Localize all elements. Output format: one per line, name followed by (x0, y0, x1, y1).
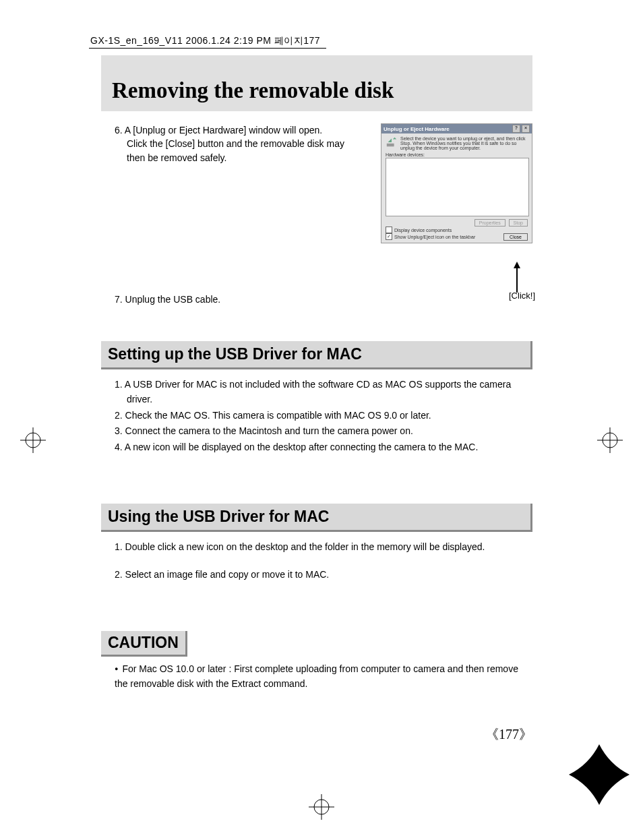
checkbox-show-taskbar-icon-label: Show Unplug/Eject icon on the taskbar (394, 235, 475, 239)
hardware-devices-label: Hardware devices: (386, 152, 528, 157)
hardware-devices-list[interactable] (386, 158, 529, 216)
checkbox-display-components[interactable] (386, 227, 392, 233)
caution-heading: CAUTION (108, 634, 179, 652)
list-item: 4. A new icon will be displayed on the d… (115, 440, 532, 455)
crop-mark-right (597, 427, 623, 453)
print-header: GX-1S_en_169_V11 2006.1.24 2:19 PM 페이지17… (90, 35, 320, 47)
section-heading-using-mac: Using the USB Driver for MAC (101, 504, 532, 532)
step-6-line2: Click the [Close] button and the removab… (127, 138, 344, 149)
step-7: 7. Unplug the USB cable. (115, 293, 367, 306)
callout-arrow (514, 262, 520, 293)
dialog-help-button[interactable]: ? (512, 125, 520, 133)
eject-icon (386, 136, 398, 148)
page-title-block: Removing the removable disk (101, 55, 532, 111)
stop-button[interactable]: Stop (509, 219, 528, 227)
list-item: 1. Double click a new icon on the deskto… (115, 540, 532, 555)
svg-rect-9 (387, 144, 394, 147)
click-label: [Click!] (509, 291, 535, 301)
section-heading-setup-mac: Setting up the USB Driver for MAC (101, 341, 532, 369)
setup-mac-list: 1. A USB Driver for MAC is not included … (101, 378, 532, 454)
list-item: 2. Select an image file and copy or move… (115, 568, 532, 582)
step-6-num: 6. (115, 125, 123, 136)
step-7-text: Unplug the USB cable. (125, 294, 221, 305)
steps-column: 6. A [Unplug or Eject Hardware] window w… (101, 123, 367, 307)
dialog-title: Unplug or Eject Hardware (384, 126, 450, 132)
step-6: 6. A [Unplug or Eject Hardware] window w… (115, 123, 367, 164)
caution-body: For Mac OS 10.0 or later : First complet… (101, 662, 532, 691)
checkbox-display-components-label: Display device components (394, 228, 452, 233)
caution-heading-block: CAUTION (101, 631, 187, 657)
page-title: Removing the removable disk (112, 78, 522, 103)
crop-mark-bottom (309, 794, 334, 820)
dialog-message: Select the device you want to unplug or … (400, 136, 528, 150)
section-heading-setup-mac-text: Setting up the USB Driver for MAC (108, 345, 524, 363)
header-rule (89, 48, 326, 49)
list-item: 2. Check the MAC OS. This camera is comp… (115, 409, 532, 423)
page-number: 《177》 (485, 725, 532, 744)
section-heading-using-mac-text: Using the USB Driver for MAC (108, 508, 524, 526)
page-content: Removing the removable disk 6. A [Unplug… (101, 55, 532, 691)
step-7-num: 7. (115, 294, 123, 305)
dialog-titlebar: Unplug or Eject Hardware ? × (381, 124, 532, 133)
corner-mark (569, 744, 630, 805)
crop-mark-left (20, 427, 46, 453)
properties-button[interactable]: Properties (474, 219, 506, 227)
step-6-line1: A [Unplug or Eject Hardware] window will… (125, 125, 322, 136)
dialog-screenshot: Unplug or Eject Hardware ? × Select the … (381, 123, 532, 307)
using-mac-list: 1. Double click a new icon on the deskto… (101, 540, 532, 582)
caution-text: For Mac OS 10.0 or later : First complet… (115, 663, 518, 689)
list-item: 1. A USB Driver for MAC is not included … (115, 378, 532, 407)
checkbox-show-taskbar-icon[interactable]: ✓ (386, 233, 392, 240)
dialog-x-button[interactable]: × (522, 125, 530, 133)
list-item: 3. Connect the camera to the Macintosh a… (115, 424, 532, 439)
close-button[interactable]: Close (503, 233, 528, 241)
step-6-line3: then be removed safely. (127, 152, 226, 163)
